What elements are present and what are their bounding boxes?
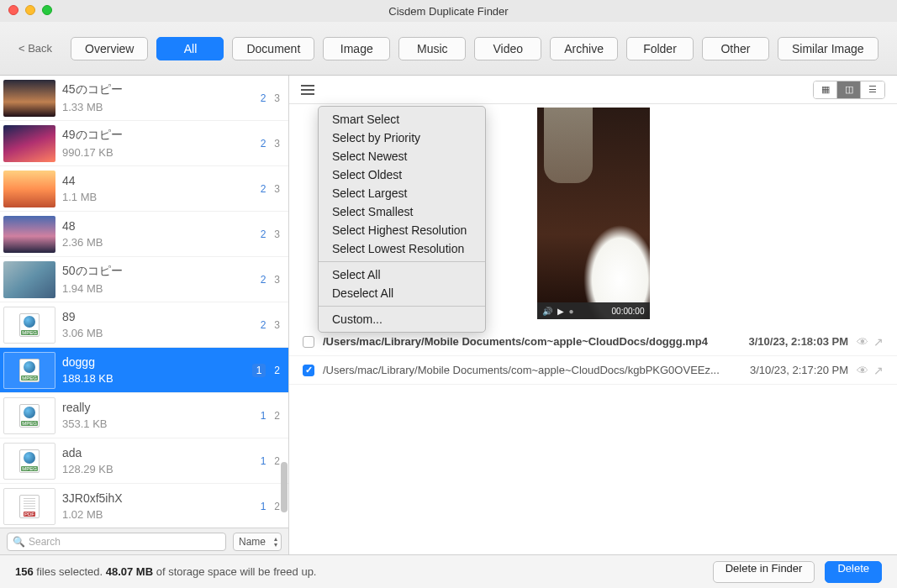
toolbar: < Back OverviewAllDocumentImageMusicVide… — [0, 22, 897, 76]
close-icon[interactable] — [8, 5, 18, 15]
reveal-icon[interactable]: ↗ — [873, 364, 884, 377]
freed-size: 48.07 MB — [106, 565, 153, 578]
tab-all[interactable]: All — [156, 37, 224, 60]
item-name: 50のコピー — [62, 264, 261, 279]
window-controls — [8, 5, 52, 15]
item-size: 188.18 KB — [62, 372, 252, 385]
tab-image[interactable]: Image — [323, 37, 390, 60]
tab-music[interactable]: Music — [398, 37, 466, 60]
item-selected-count: 2 — [261, 274, 266, 286]
thumbnail: MPEG — [3, 443, 55, 480]
tab-folder[interactable]: Folder — [626, 37, 694, 60]
footer: 156 files selected. 48.07 MB of storage … — [0, 554, 897, 588]
list-item[interactable]: 45のコピー1.33 MB23 — [0, 76, 288, 121]
file-checkbox[interactable] — [303, 336, 314, 348]
minimize-icon[interactable] — [25, 5, 35, 15]
thumbnail: MPEG — [3, 397, 55, 434]
item-name: 45のコピー — [62, 82, 261, 97]
item-size: 1.02 MB — [62, 508, 261, 521]
list-item[interactable]: MPEGdoggg188.18 KB12 — [0, 348, 288, 393]
item-selected-count: 1 — [261, 455, 266, 467]
menu-item-select-oldest[interactable]: Select Oldest — [319, 165, 485, 184]
sort-select[interactable]: Name ▴▾ — [233, 533, 282, 551]
list-item[interactable]: 49のコピー990.17 KB23 — [0, 121, 288, 166]
detail-header: ▦ ◫ ☰ — [289, 76, 897, 104]
video-controls: 🔊 ▶ ● 00:00:00 — [537, 302, 650, 319]
item-total-count: 2 — [274, 501, 280, 512]
menu-item-custom-[interactable]: Custom... — [319, 310, 485, 328]
item-size: 3.06 MB — [62, 327, 261, 339]
video-frame — [537, 108, 650, 319]
menu-item-smart-select[interactable]: Smart Select — [319, 110, 485, 129]
file-path: /Users/mac/Library/Mobile Documents/com~… — [323, 364, 741, 376]
tab-overview[interactable]: Overview — [71, 37, 148, 60]
item-name: 48 — [62, 219, 261, 233]
item-total-count: 2 — [274, 410, 280, 422]
sidebar: 45のコピー1.33 MB2349のコピー990.17 KB23441.1 MB… — [0, 76, 289, 554]
item-name: 89 — [62, 310, 261, 323]
video-preview[interactable]: 🔊 ▶ ● 00:00:00 — [537, 108, 650, 319]
mute-icon[interactable]: 🔊 — [542, 307, 552, 316]
item-name: really — [62, 401, 261, 414]
delete-in-finder-button[interactable]: Delete in Finder — [713, 561, 815, 583]
view-list-icon[interactable]: ☰ — [861, 81, 884, 98]
reveal-icon[interactable]: ↗ — [873, 335, 884, 349]
play-icon[interactable]: ▶ — [557, 307, 564, 316]
menu-item-select-largest[interactable]: Select Largest — [319, 184, 485, 202]
item-size: 1.33 MB — [62, 101, 261, 113]
item-size: 1.1 MB — [62, 191, 261, 203]
list-item[interactable]: 482.36 MB23 — [0, 212, 288, 257]
list-item[interactable]: MPEG893.06 MB23 — [0, 302, 288, 348]
menu-item-select-by-priority[interactable]: Select by Priority — [319, 129, 485, 147]
list-item[interactable]: MPEGreally353.1 KB12 — [0, 393, 288, 438]
file-list: /Users/mac/Library/Mobile Documents/com~… — [289, 328, 897, 385]
file-checkbox[interactable] — [303, 365, 314, 376]
progress-dot[interactable]: ● — [569, 307, 574, 316]
menu-item-select-lowest-resolution[interactable]: Select Lowest Resolution — [319, 239, 485, 258]
item-name: ada — [62, 446, 261, 459]
list-item[interactable]: 50のコピー1.94 MB23 — [0, 257, 288, 302]
list-item[interactable]: MPEGada128.29 KB12 — [0, 438, 288, 484]
quicklook-icon[interactable]: 👁 — [857, 364, 868, 377]
list-item[interactable]: 441.1 MB23 — [0, 166, 288, 212]
item-name: doggg — [62, 355, 252, 369]
file-row[interactable]: /Users/mac/Library/Mobile Documents/com~… — [289, 356, 897, 385]
view-switch: ▦ ◫ ☰ — [813, 81, 885, 99]
window-title: Cisdem Duplicate Finder — [0, 5, 897, 18]
item-selected-count: 2 — [261, 138, 266, 150]
item-selected-count: 2 — [261, 228, 266, 240]
tab-similar-image[interactable]: Similar Image — [778, 37, 879, 60]
duplicate-groups-list: 45のコピー1.33 MB2349のコピー990.17 KB23441.1 MB… — [0, 76, 288, 528]
zoom-icon[interactable] — [42, 5, 52, 15]
category-tabs: OverviewAllDocumentImageMusicVideoArchiv… — [71, 37, 878, 60]
tab-document[interactable]: Document — [232, 37, 314, 60]
item-selected-count: 2 — [261, 92, 266, 104]
tab-video[interactable]: Video — [474, 37, 541, 60]
selection-menu-button[interactable] — [301, 85, 314, 95]
menu-item-select-highest-resolution[interactable]: Select Highest Resolution — [319, 221, 485, 239]
view-columns-icon[interactable]: ◫ — [837, 81, 861, 98]
menu-item-select-smallest[interactable]: Select Smallest — [319, 202, 485, 221]
item-name: 49のコピー — [62, 128, 261, 143]
delete-button[interactable]: Delete — [825, 561, 882, 583]
menu-item-select-all[interactable]: Select All — [319, 265, 485, 284]
search-input[interactable]: 🔍 Search — [7, 533, 226, 551]
view-grid-icon[interactable]: ▦ — [814, 81, 837, 98]
tab-archive[interactable]: Archive — [550, 37, 618, 60]
video-timestamp: 00:00:00 — [612, 307, 645, 316]
selected-count: 156 — [15, 565, 34, 578]
back-button[interactable]: < Back — [10, 37, 61, 60]
menu-item-deselect-all[interactable]: Deselect All — [319, 284, 485, 302]
thumbnail — [3, 80, 55, 117]
tab-other[interactable]: Other — [702, 37, 769, 60]
scrollbar-handle[interactable] — [281, 462, 288, 512]
thumbnail — [3, 125, 55, 162]
item-name: 3JR0xf5ihX — [62, 491, 261, 505]
item-selected-count: 1 — [252, 364, 266, 377]
list-item[interactable]: PDF3JR0xf5ihX1.02 MB12 — [0, 484, 288, 528]
item-total-count: 3 — [274, 92, 280, 104]
menu-item-select-newest[interactable]: Select Newest — [319, 147, 485, 165]
thumbnail — [3, 171, 55, 207]
selection-dropdown: Smart SelectSelect by PrioritySelect New… — [318, 106, 486, 333]
quicklook-icon[interactable]: 👁 — [857, 335, 868, 349]
